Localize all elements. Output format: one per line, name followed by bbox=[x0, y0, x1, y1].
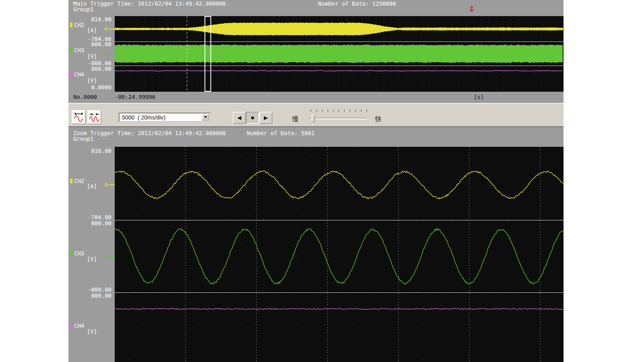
zoom-data-count: Number of Data: 5001 bbox=[247, 130, 315, 136]
zoom-ch3-unit: [V] bbox=[87, 256, 97, 262]
zoom-ch2-zero-tick bbox=[109, 184, 115, 185]
ch2-color-chip bbox=[70, 179, 72, 183]
window-start-time: -00:24.99996 bbox=[115, 94, 155, 100]
main-ch3-max: 800.00 bbox=[91, 41, 111, 47]
toolbar: 5000 ( 20ms/div) ◀ ■ ▶ 慢 快 bbox=[68, 103, 564, 127]
stop-button[interactable]: ■ bbox=[246, 112, 259, 124]
trigger-position-marker-icon bbox=[468, 6, 475, 14]
main-group-label: Group1 bbox=[73, 6, 94, 12]
slider-tick bbox=[339, 109, 339, 112]
page: Main Trigger Time: 2012/02/04 13:49:42.0… bbox=[0, 0, 644, 362]
ch3-color-chip bbox=[70, 251, 72, 256]
main-plot[interactable] bbox=[115, 16, 564, 92]
main-status-row: No.0000 -00:24.99996 [s] bbox=[68, 92, 564, 103]
zoom-plot-row: 816.00 CH2 0 [A] -784.00 800.00 CH3 0 [V… bbox=[68, 147, 564, 362]
ch4-name: CH4 bbox=[74, 323, 84, 329]
main-view-header: Main Trigger Time: 2012/02/04 13:49:42.0… bbox=[68, 0, 564, 12]
zoom-ch2-unit: [A] bbox=[87, 183, 97, 189]
main-channel-gutter: 816.00 CH2 0 [A] -784.00 800.00 CH3 0 [V… bbox=[68, 16, 115, 92]
wave-expand-button[interactable] bbox=[72, 110, 86, 124]
time-unit-label: [s] bbox=[474, 94, 484, 100]
zoom-ch4-label: CH4 bbox=[70, 323, 84, 329]
slider-tick bbox=[344, 109, 345, 112]
main-ch3-zero-tick bbox=[109, 53, 115, 54]
main-ch2-label: CH2 bbox=[70, 22, 84, 28]
zoom-ch2-label: CH2 bbox=[70, 178, 84, 184]
zoom-ch3-zero-tick bbox=[109, 256, 115, 257]
slider-tick bbox=[361, 109, 361, 112]
zoom-trigger-time: Zoom Trigger Time: 2012/02/04 13:49:42.0… bbox=[73, 130, 226, 136]
chevron-down-icon bbox=[204, 116, 207, 118]
main-plot-row: 816.00 CH2 0 [A] -784.00 800.00 CH3 0 [V… bbox=[68, 16, 564, 92]
wave-compress-icon bbox=[89, 112, 100, 123]
ch2-name: CH2 bbox=[74, 22, 84, 28]
main-ch2-zero-tick bbox=[109, 29, 115, 29]
play-forward-button[interactable]: ▶ bbox=[259, 112, 272, 124]
ch4-color-chip bbox=[70, 323, 72, 328]
zoom-ch4-unit: [V] bbox=[87, 329, 97, 334]
slider-tick bbox=[333, 109, 334, 112]
main-ch3-label: CH3 bbox=[70, 47, 84, 53]
main-ch3-unit: [V] bbox=[87, 53, 97, 59]
zoom-plot[interactable] bbox=[115, 147, 564, 362]
main-plot-svg bbox=[115, 16, 564, 92]
points-per-div-value: 5000 ( 20ms/div) bbox=[120, 114, 165, 121]
record-number: No.0000 bbox=[73, 94, 97, 100]
speed-fast-label: 快 bbox=[375, 115, 382, 123]
points-per-div-select[interactable]: 5000 ( 20ms/div) bbox=[119, 113, 211, 122]
zoom-ch3-min: -800.00 bbox=[88, 287, 111, 292]
slider-tick bbox=[316, 109, 317, 112]
main-ch4-label: CH4 bbox=[70, 72, 84, 77]
main-trigger-time: Main Trigger Time: 2012/02/04 13:49:42.0… bbox=[73, 1, 226, 6]
zoom-ch3-zero: 0 bbox=[105, 254, 108, 259]
combo-dropdown-button[interactable] bbox=[202, 114, 209, 121]
main-ch2-zero: 0 bbox=[105, 26, 108, 32]
zoom-ch3-label: CH3 bbox=[70, 251, 84, 256]
ch2-color-chip bbox=[70, 23, 72, 27]
main-ch4-max: 800.00 bbox=[91, 66, 111, 72]
ch3-name: CH3 bbox=[74, 47, 84, 53]
speed-slider-ticks bbox=[311, 109, 367, 112]
main-ch4-unit: [V] bbox=[87, 78, 97, 83]
ch2-name: CH2 bbox=[74, 178, 84, 184]
ch3-color-chip bbox=[70, 48, 72, 53]
play-backward-button[interactable]: ◀ bbox=[233, 112, 246, 124]
main-ch2-unit: [A] bbox=[87, 27, 97, 33]
slider-tick bbox=[328, 109, 328, 112]
waveform-viewer-app: Main Trigger Time: 2012/02/04 13:49:42.0… bbox=[68, 0, 564, 362]
main-ch4-min: 0.0000 bbox=[91, 84, 111, 90]
wave-compress-button[interactable] bbox=[87, 110, 101, 124]
wave-expand-icon bbox=[73, 112, 84, 123]
speed-slider-thumb[interactable] bbox=[312, 115, 315, 122]
slider-tick bbox=[350, 109, 350, 112]
main-ch3-zero: 0 bbox=[105, 50, 108, 56]
ch4-name: CH4 bbox=[74, 72, 84, 77]
main-data-count: Number of Data: 1250000 bbox=[318, 1, 396, 6]
zoom-view-header: Zoom Trigger Time: 2012/02/04 13:49:42.0… bbox=[68, 127, 564, 142]
ch3-name: CH3 bbox=[74, 251, 84, 256]
slider-tick bbox=[311, 109, 311, 112]
main-ch3-min: -800.00 bbox=[88, 60, 111, 66]
zoom-ch2-min: -784.00 bbox=[88, 214, 111, 220]
slider-tick bbox=[367, 109, 367, 112]
slider-tick bbox=[355, 109, 356, 112]
zoom-ch2-zero: 0 bbox=[105, 182, 108, 187]
zoom-channel-gutter: 816.00 CH2 0 [A] -784.00 800.00 CH3 0 [V… bbox=[68, 147, 115, 362]
zoom-ch4-max: 800.00 bbox=[91, 293, 111, 298]
zoom-group-label: Group1 bbox=[73, 136, 94, 142]
zoom-plot-svg bbox=[115, 147, 564, 362]
speed-slow-label: 慢 bbox=[292, 115, 299, 123]
main-view: Main Trigger Time: 2012/02/04 13:49:42.0… bbox=[68, 0, 564, 103]
zoom-view: Zoom Trigger Time: 2012/02/04 13:49:42.0… bbox=[68, 127, 564, 362]
ch4-color-chip bbox=[70, 72, 72, 77]
speed-slider-track[interactable] bbox=[310, 118, 367, 119]
main-ch2-max: 816.00 bbox=[91, 16, 111, 22]
slider-tick bbox=[322, 109, 322, 112]
zoom-ch2-max: 816.00 bbox=[91, 148, 111, 154]
zoom-ch3-max: 800.00 bbox=[91, 220, 111, 226]
